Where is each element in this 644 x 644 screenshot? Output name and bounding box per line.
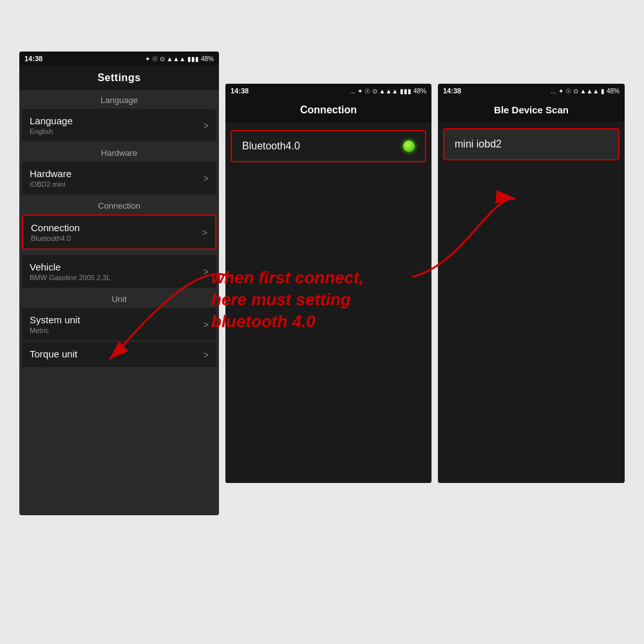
hardware-item[interactable]: Hardware iOBD2 mini > [22, 162, 216, 194]
ble-device-name: mini iobd2 [455, 138, 502, 149]
wifi-icon-3: ⊙ [573, 88, 578, 95]
active-indicator [403, 140, 415, 152]
language-subtitle: English [30, 128, 73, 135]
battery-icon-2: ▮▮▮ 48% [400, 88, 426, 95]
status-icons-3: ... ✦ ☉ ⊙ ▲▲▲ ▮ 48% [551, 88, 620, 95]
connection-screen-title: Connection [225, 98, 431, 122]
connection-item[interactable]: Connection Bluetooth4.0 > [22, 214, 216, 250]
torque-unit-item[interactable]: Torque unit > [22, 342, 216, 367]
bluetooth-icon-2: ✦ [357, 88, 363, 95]
status-time-2: 14:38 [231, 87, 249, 95]
battery-icon-3: ▮ 48% [601, 88, 620, 95]
status-bar-2: 14:38 ... ✦ ☉ ⊙ ▲▲▲ ▮▮▮ 48% [225, 84, 431, 98]
torque-unit-arrow: > [204, 350, 209, 360]
hardware-title: Hardware [30, 168, 71, 179]
status-time-3: 14:38 [443, 87, 461, 95]
system-unit-item[interactable]: System unit Metric > [22, 308, 216, 341]
signal-icon-1: ▲▲▲ [167, 55, 186, 62]
section-hardware: Hardware [19, 143, 219, 160]
ble-device-item[interactable]: mini iobd2 [443, 128, 620, 160]
system-unit-subtitle: Metric [30, 327, 80, 334]
ble-title: Ble Device Scan [438, 98, 625, 122]
hardware-subtitle: iOBD2 mini [30, 180, 71, 188]
alarm-icon-1: ☉ [152, 55, 158, 62]
section-unit: Unit [19, 289, 219, 307]
section-connection: Connection [19, 196, 219, 213]
ble-screen: Ble Device Scan mini iobd2 [438, 98, 625, 483]
main-container: 14:38 ✦ ☉ ⊙ ▲▲▲ ▮▮▮ 48% Settings Languag… [0, 0, 644, 644]
status-icons-2: ... ✦ ☉ ⊙ ▲▲▲ ▮▮▮ 48% [350, 88, 426, 95]
dots-icon-2: ... [350, 88, 355, 95]
vehicle-item[interactable]: Vehicle BMW Gasoline 2005 2.3L > [22, 255, 216, 288]
bluetooth-label: Bluetooth4.0 [242, 140, 300, 152]
connection-item-container: Bluetooth4.0 [225, 122, 431, 170]
connection-subtitle: Bluetooth4.0 [31, 234, 80, 242]
battery-icon-1: ▮▮▮ 48% [187, 55, 214, 62]
signal-icon-3: ▲▲▲ [580, 88, 600, 95]
wifi-icon-1: ⊙ [160, 55, 165, 62]
bluetooth-icon-1: ✦ [145, 55, 150, 62]
signal-icon-2: ▲▲▲ [379, 88, 399, 95]
phone-connection: 14:38 ... ✦ ☉ ⊙ ▲▲▲ ▮▮▮ 48% Connection B… [225, 84, 431, 483]
vehicle-arrow: > [204, 267, 209, 277]
alarm-icon-2: ☉ [365, 88, 370, 95]
vehicle-title: Vehicle [30, 261, 110, 272]
connection-screen: Connection Bluetooth4.0 [225, 98, 431, 483]
hardware-arrow: > [204, 173, 209, 184]
vehicle-subtitle: BMW Gasoline 2005 2.3L [30, 274, 110, 281]
connection-title: Connection [31, 222, 80, 233]
language-title: Language [30, 115, 73, 126]
language-item[interactable]: Language English > [22, 109, 216, 142]
status-time-1: 14:38 [24, 55, 43, 62]
phone-settings: 14:38 ✦ ☉ ⊙ ▲▲▲ ▮▮▮ 48% Settings Languag… [19, 52, 219, 515]
torque-unit-title: Torque unit [30, 348, 77, 359]
wifi-icon-2: ⊙ [372, 88, 377, 95]
section-language: Language [19, 90, 219, 108]
dots-icon-3: ... [551, 88, 556, 95]
status-bar-3: 14:38 ... ✦ ☉ ⊙ ▲▲▲ ▮ 48% [438, 84, 625, 98]
system-unit-arrow: > [204, 319, 209, 330]
bluetooth-icon-3: ✦ [558, 88, 564, 95]
settings-title: Settings [19, 66, 219, 90]
system-unit-title: System unit [30, 314, 80, 325]
settings-screen: Settings Language Language English > Har… [19, 66, 219, 515]
bluetooth-connection-item[interactable]: Bluetooth4.0 [231, 130, 426, 162]
connection-arrow: > [202, 227, 207, 238]
status-bar-1: 14:38 ✦ ☉ ⊙ ▲▲▲ ▮▮▮ 48% [19, 52, 219, 66]
status-icons-1: ✦ ☉ ⊙ ▲▲▲ ▮▮▮ 48% [145, 55, 214, 62]
alarm-icon-3: ☉ [565, 88, 571, 95]
language-arrow: > [204, 120, 209, 131]
phone-ble: 14:38 ... ✦ ☉ ⊙ ▲▲▲ ▮ 48% Ble Device Sca… [438, 84, 625, 483]
